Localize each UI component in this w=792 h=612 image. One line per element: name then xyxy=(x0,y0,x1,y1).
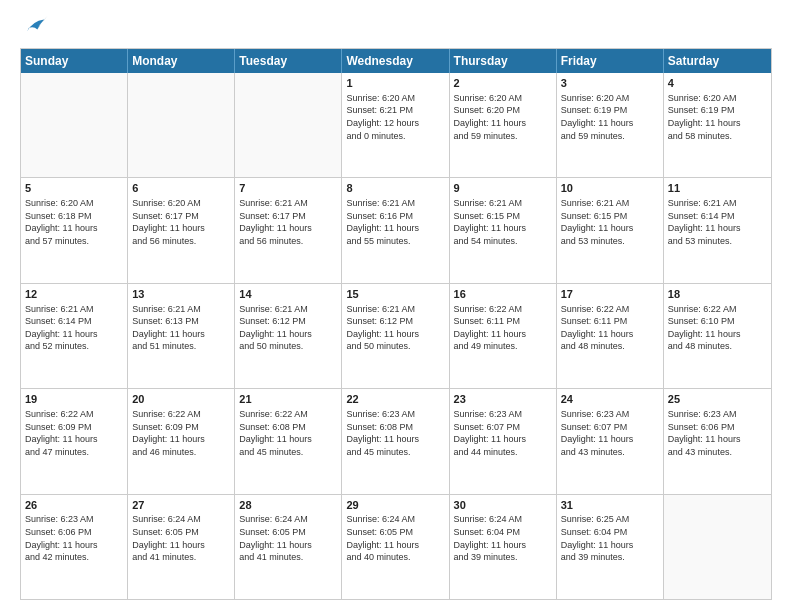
day-cell-13: 13Sunrise: 6:21 AM Sunset: 6:13 PM Dayli… xyxy=(128,284,235,388)
cell-info: Sunrise: 6:22 AM Sunset: 6:09 PM Dayligh… xyxy=(25,408,123,458)
day-number: 30 xyxy=(454,498,552,513)
cell-info: Sunrise: 6:21 AM Sunset: 6:12 PM Dayligh… xyxy=(346,303,444,353)
day-cell-24: 24Sunrise: 6:23 AM Sunset: 6:07 PM Dayli… xyxy=(557,389,664,493)
day-number: 4 xyxy=(668,76,767,91)
day-number: 28 xyxy=(239,498,337,513)
day-number: 8 xyxy=(346,181,444,196)
cell-info: Sunrise: 6:23 AM Sunset: 6:06 PM Dayligh… xyxy=(25,513,123,563)
calendar-row-2: 5Sunrise: 6:20 AM Sunset: 6:18 PM Daylig… xyxy=(21,177,771,282)
day-number: 19 xyxy=(25,392,123,407)
empty-cell-0-2 xyxy=(235,73,342,177)
day-cell-28: 28Sunrise: 6:24 AM Sunset: 6:05 PM Dayli… xyxy=(235,495,342,599)
day-number: 29 xyxy=(346,498,444,513)
day-cell-29: 29Sunrise: 6:24 AM Sunset: 6:05 PM Dayli… xyxy=(342,495,449,599)
day-number: 14 xyxy=(239,287,337,302)
cell-info: Sunrise: 6:20 AM Sunset: 6:18 PM Dayligh… xyxy=(25,197,123,247)
day-number: 27 xyxy=(132,498,230,513)
cell-info: Sunrise: 6:21 AM Sunset: 6:17 PM Dayligh… xyxy=(239,197,337,247)
day-number: 25 xyxy=(668,392,767,407)
cell-info: Sunrise: 6:23 AM Sunset: 6:06 PM Dayligh… xyxy=(668,408,767,458)
day-number: 31 xyxy=(561,498,659,513)
weekday-header-friday: Friday xyxy=(557,49,664,73)
day-cell-7: 7Sunrise: 6:21 AM Sunset: 6:17 PM Daylig… xyxy=(235,178,342,282)
logo xyxy=(20,16,52,38)
day-cell-19: 19Sunrise: 6:22 AM Sunset: 6:09 PM Dayli… xyxy=(21,389,128,493)
weekday-header-sunday: Sunday xyxy=(21,49,128,73)
day-cell-26: 26Sunrise: 6:23 AM Sunset: 6:06 PM Dayli… xyxy=(21,495,128,599)
day-cell-18: 18Sunrise: 6:22 AM Sunset: 6:10 PM Dayli… xyxy=(664,284,771,388)
empty-cell-0-1 xyxy=(128,73,235,177)
day-cell-22: 22Sunrise: 6:23 AM Sunset: 6:08 PM Dayli… xyxy=(342,389,449,493)
day-cell-1: 1Sunrise: 6:20 AM Sunset: 6:21 PM Daylig… xyxy=(342,73,449,177)
day-number: 7 xyxy=(239,181,337,196)
day-number: 23 xyxy=(454,392,552,407)
cell-info: Sunrise: 6:21 AM Sunset: 6:16 PM Dayligh… xyxy=(346,197,444,247)
day-number: 10 xyxy=(561,181,659,196)
cell-info: Sunrise: 6:22 AM Sunset: 6:11 PM Dayligh… xyxy=(561,303,659,353)
day-cell-2: 2Sunrise: 6:20 AM Sunset: 6:20 PM Daylig… xyxy=(450,73,557,177)
cell-info: Sunrise: 6:24 AM Sunset: 6:05 PM Dayligh… xyxy=(346,513,444,563)
empty-cell-0-0 xyxy=(21,73,128,177)
cell-info: Sunrise: 6:23 AM Sunset: 6:07 PM Dayligh… xyxy=(561,408,659,458)
cell-info: Sunrise: 6:23 AM Sunset: 6:07 PM Dayligh… xyxy=(454,408,552,458)
day-cell-8: 8Sunrise: 6:21 AM Sunset: 6:16 PM Daylig… xyxy=(342,178,449,282)
day-cell-20: 20Sunrise: 6:22 AM Sunset: 6:09 PM Dayli… xyxy=(128,389,235,493)
day-cell-25: 25Sunrise: 6:23 AM Sunset: 6:06 PM Dayli… xyxy=(664,389,771,493)
day-number: 22 xyxy=(346,392,444,407)
day-cell-17: 17Sunrise: 6:22 AM Sunset: 6:11 PM Dayli… xyxy=(557,284,664,388)
day-number: 6 xyxy=(132,181,230,196)
page: SundayMondayTuesdayWednesdayThursdayFrid… xyxy=(0,0,792,612)
day-cell-16: 16Sunrise: 6:22 AM Sunset: 6:11 PM Dayli… xyxy=(450,284,557,388)
day-number: 5 xyxy=(25,181,123,196)
day-cell-5: 5Sunrise: 6:20 AM Sunset: 6:18 PM Daylig… xyxy=(21,178,128,282)
cell-info: Sunrise: 6:20 AM Sunset: 6:17 PM Dayligh… xyxy=(132,197,230,247)
calendar-row-1: 1Sunrise: 6:20 AM Sunset: 6:21 PM Daylig… xyxy=(21,73,771,177)
cell-info: Sunrise: 6:22 AM Sunset: 6:10 PM Dayligh… xyxy=(668,303,767,353)
day-number: 15 xyxy=(346,287,444,302)
empty-cell-4-6 xyxy=(664,495,771,599)
cell-info: Sunrise: 6:22 AM Sunset: 6:11 PM Dayligh… xyxy=(454,303,552,353)
day-number: 16 xyxy=(454,287,552,302)
calendar-row-4: 19Sunrise: 6:22 AM Sunset: 6:09 PM Dayli… xyxy=(21,388,771,493)
calendar: SundayMondayTuesdayWednesdayThursdayFrid… xyxy=(20,48,772,600)
cell-info: Sunrise: 6:22 AM Sunset: 6:08 PM Dayligh… xyxy=(239,408,337,458)
weekday-header-wednesday: Wednesday xyxy=(342,49,449,73)
cell-info: Sunrise: 6:22 AM Sunset: 6:09 PM Dayligh… xyxy=(132,408,230,458)
logo-icon xyxy=(20,16,48,38)
day-number: 11 xyxy=(668,181,767,196)
cell-info: Sunrise: 6:21 AM Sunset: 6:15 PM Dayligh… xyxy=(454,197,552,247)
weekday-header-thursday: Thursday xyxy=(450,49,557,73)
cell-info: Sunrise: 6:21 AM Sunset: 6:14 PM Dayligh… xyxy=(25,303,123,353)
day-cell-12: 12Sunrise: 6:21 AM Sunset: 6:14 PM Dayli… xyxy=(21,284,128,388)
day-number: 12 xyxy=(25,287,123,302)
header xyxy=(20,16,772,38)
weekday-header-tuesday: Tuesday xyxy=(235,49,342,73)
cell-info: Sunrise: 6:23 AM Sunset: 6:08 PM Dayligh… xyxy=(346,408,444,458)
cell-info: Sunrise: 6:21 AM Sunset: 6:14 PM Dayligh… xyxy=(668,197,767,247)
day-cell-6: 6Sunrise: 6:20 AM Sunset: 6:17 PM Daylig… xyxy=(128,178,235,282)
day-cell-30: 30Sunrise: 6:24 AM Sunset: 6:04 PM Dayli… xyxy=(450,495,557,599)
day-number: 2 xyxy=(454,76,552,91)
calendar-body: 1Sunrise: 6:20 AM Sunset: 6:21 PM Daylig… xyxy=(21,73,771,599)
cell-info: Sunrise: 6:20 AM Sunset: 6:19 PM Dayligh… xyxy=(561,92,659,142)
day-cell-4: 4Sunrise: 6:20 AM Sunset: 6:19 PM Daylig… xyxy=(664,73,771,177)
cell-info: Sunrise: 6:20 AM Sunset: 6:21 PM Dayligh… xyxy=(346,92,444,142)
calendar-row-3: 12Sunrise: 6:21 AM Sunset: 6:14 PM Dayli… xyxy=(21,283,771,388)
day-number: 24 xyxy=(561,392,659,407)
day-number: 3 xyxy=(561,76,659,91)
day-cell-23: 23Sunrise: 6:23 AM Sunset: 6:07 PM Dayli… xyxy=(450,389,557,493)
cell-info: Sunrise: 6:24 AM Sunset: 6:05 PM Dayligh… xyxy=(132,513,230,563)
cell-info: Sunrise: 6:20 AM Sunset: 6:19 PM Dayligh… xyxy=(668,92,767,142)
cell-info: Sunrise: 6:21 AM Sunset: 6:12 PM Dayligh… xyxy=(239,303,337,353)
day-cell-31: 31Sunrise: 6:25 AM Sunset: 6:04 PM Dayli… xyxy=(557,495,664,599)
calendar-row-5: 26Sunrise: 6:23 AM Sunset: 6:06 PM Dayli… xyxy=(21,494,771,599)
weekday-header-saturday: Saturday xyxy=(664,49,771,73)
cell-info: Sunrise: 6:25 AM Sunset: 6:04 PM Dayligh… xyxy=(561,513,659,563)
day-number: 17 xyxy=(561,287,659,302)
cell-info: Sunrise: 6:24 AM Sunset: 6:05 PM Dayligh… xyxy=(239,513,337,563)
day-number: 26 xyxy=(25,498,123,513)
day-number: 9 xyxy=(454,181,552,196)
day-number: 1 xyxy=(346,76,444,91)
day-cell-3: 3Sunrise: 6:20 AM Sunset: 6:19 PM Daylig… xyxy=(557,73,664,177)
day-number: 21 xyxy=(239,392,337,407)
